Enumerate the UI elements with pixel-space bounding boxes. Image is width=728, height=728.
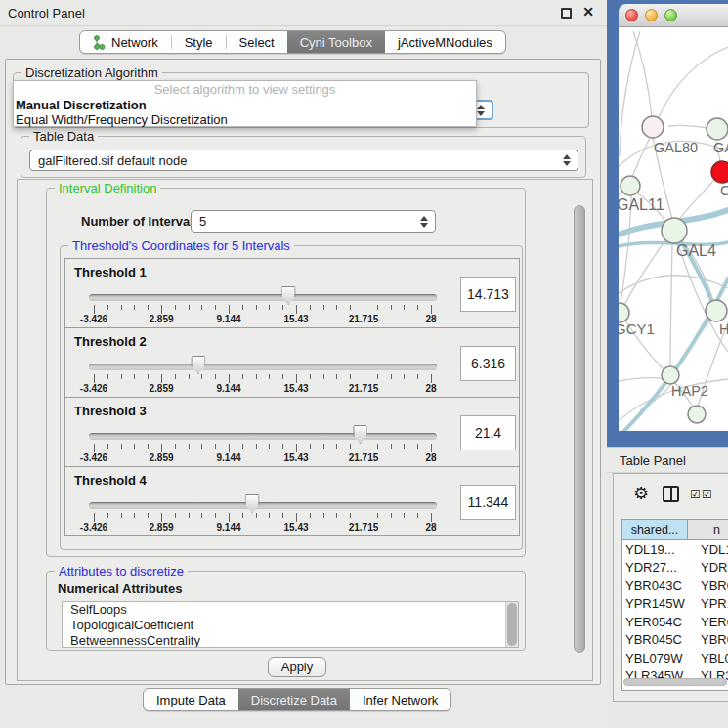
cell[interactable]: YPR145W xyxy=(622,595,688,614)
dropdown-option-manual[interactable]: Manual Discretization xyxy=(14,98,476,112)
cell[interactable]: YPR1 xyxy=(688,595,728,614)
threshold-4-value-field[interactable]: 11.344 xyxy=(460,485,516,520)
gear-icon[interactable]: ⚙ xyxy=(633,485,649,502)
tick-label: 15.43 xyxy=(283,383,308,394)
threshold-4-slider-track[interactable] xyxy=(89,502,437,509)
node-bottom[interactable] xyxy=(688,406,706,423)
float-window-icon[interactable] xyxy=(561,8,572,19)
number-of-intervals-label: Number of Intervals xyxy=(81,214,200,229)
cell[interactable]: YDL19... xyxy=(622,540,688,559)
node-gal4[interactable] xyxy=(662,218,687,243)
column-header-shared[interactable]: shared... xyxy=(622,520,688,539)
list-item-betweennesscentrality[interactable]: BetweennessCentrality xyxy=(63,633,518,648)
close-traffic-light-icon[interactable] xyxy=(625,9,638,21)
node-gcy1[interactable] xyxy=(619,303,629,322)
split-columns-icon[interactable] xyxy=(663,486,679,502)
interval-definition-group-title: Interval Definition xyxy=(55,181,160,195)
threshold-4-row: Threshold 4 -3.426 2.859 9.144 15.43 21.… xyxy=(64,466,520,536)
threshold-4-slider-handle[interactable] xyxy=(245,494,260,513)
combo-arrows-icon xyxy=(420,216,428,228)
threshold-2-slider-track[interactable] xyxy=(89,364,437,370)
node-red-selected[interactable] xyxy=(711,161,728,183)
list-item-topologicalcoefficient[interactable]: TopologicalCoefficient xyxy=(63,618,518,633)
tab-infer-network[interactable]: Infer Network xyxy=(350,689,450,710)
table-row[interactable]: YBL079WYBL0 xyxy=(622,649,728,667)
node-top-right[interactable] xyxy=(707,118,728,140)
threshold-2-slider-handle[interactable] xyxy=(191,356,205,374)
list-scrollbar[interactable] xyxy=(505,602,518,647)
cell[interactable]: YDR2 xyxy=(688,559,728,578)
threshold-3-slider-handle[interactable] xyxy=(353,425,367,444)
tab-impute-data[interactable]: Impute Data xyxy=(144,689,238,710)
threshold-3-slider-track[interactable] xyxy=(89,433,437,440)
table-panel-titlebar: Table Panel xyxy=(607,447,728,473)
node-gal80[interactable] xyxy=(642,116,664,138)
threshold-1-row: Threshold 1 -3.426 2.859 9.144 15.43 21.… xyxy=(64,258,520,328)
table-data-combobox[interactable]: galFiltered.sif default node xyxy=(29,150,578,171)
tab-select[interactable]: Select xyxy=(227,31,287,53)
cell[interactable]: YER0 xyxy=(688,613,728,631)
node-h[interactable] xyxy=(706,300,727,321)
apply-button[interactable]: Apply xyxy=(268,657,326,677)
vertical-scrollbar-thumb[interactable] xyxy=(574,205,585,653)
thresholds-group-title: Threshold's Coordinates for 5 Intervals xyxy=(68,238,294,253)
tab-style[interactable]: Style xyxy=(172,31,226,53)
select-checkbox-icon[interactable]: ☑ xyxy=(702,488,712,501)
node-hap2[interactable] xyxy=(662,366,679,384)
discretization-algorithm-group-title: Discretization Algorithm xyxy=(21,65,162,80)
tick-label: 21.715 xyxy=(349,522,379,533)
network-window-titlebar[interactable] xyxy=(619,4,728,27)
cell[interactable]: YER054C xyxy=(622,613,688,631)
tab-discretize-data[interactable]: Discretize Data xyxy=(238,689,350,710)
table-row[interactable]: YDR27...YDR2 xyxy=(622,559,728,578)
tick-label: 15.43 xyxy=(283,452,308,463)
cell[interactable]: YBR0 xyxy=(688,577,728,595)
tick-label: 21.715 xyxy=(349,314,379,324)
node-attribute-table: shared... n YDL19...YDL1 YDR27...YDR2 YB… xyxy=(621,519,728,691)
table-panel: ⚙ ☑ ☑ shared... n YDL19...YDL1 YDR27...Y… xyxy=(613,473,728,702)
cell[interactable]: YBR0 xyxy=(688,631,728,650)
tab-jactivemnodules[interactable]: jActiveMNodules xyxy=(385,31,505,53)
table-row[interactable]: YBR043CYBR0 xyxy=(622,577,728,595)
list-item-selfloops[interactable]: SelfLoops xyxy=(63,602,518,618)
horizontal-scrollbar-thumb[interactable] xyxy=(623,678,727,686)
cell[interactable]: YBL079W xyxy=(622,649,688,667)
tab-select-label: Select xyxy=(239,35,275,50)
node-label-h: H xyxy=(719,321,728,337)
network-canvas[interactable]: GAL80 GA C GAL11 GAL4 GCY1 H HAP2 xyxy=(619,27,728,431)
dropdown-option-equal-width[interactable]: Equal Width/Frequency Discretization xyxy=(14,112,476,127)
threshold-3-value-field[interactable]: 21.4 xyxy=(460,415,516,450)
algorithm-dropdown-popup: Select algorithm to view settings Manual… xyxy=(13,80,477,127)
tick-label: 2.859 xyxy=(149,383,173,394)
tick-label: 15.43 xyxy=(283,314,308,324)
table-toolbar: ⚙ ☑ ☑ xyxy=(614,482,728,511)
threshold-2-value-field[interactable]: 6.316 xyxy=(460,346,516,381)
network-nodes xyxy=(619,116,728,423)
column-header-name[interactable]: n xyxy=(688,520,728,539)
cell[interactable]: YDR27... xyxy=(622,559,688,578)
threshold-1-value-field[interactable]: 14.713 xyxy=(460,277,516,312)
threshold-1-slider-handle[interactable] xyxy=(281,286,296,305)
threshold-1-slider-track[interactable] xyxy=(89,294,437,301)
cell[interactable]: YDL1 xyxy=(688,540,728,559)
tab-network[interactable]: Network xyxy=(80,31,171,53)
table-row[interactable]: YDL19...YDL1 xyxy=(622,540,728,559)
minimize-traffic-light-icon[interactable] xyxy=(645,9,658,21)
tab-style-label: Style xyxy=(185,35,213,50)
cell[interactable]: YBR043C xyxy=(622,577,688,595)
table-row[interactable]: YBR045CYBR0 xyxy=(622,631,728,650)
table-row[interactable]: YPR145WYPR1 xyxy=(622,595,728,614)
table-row[interactable]: YER054CYER0 xyxy=(622,613,728,631)
tick-label: 2.859 xyxy=(149,314,173,324)
panel-title: Control Panel xyxy=(8,6,85,21)
tab-jactivemnodules-label: jActiveMNodules xyxy=(398,35,492,50)
zoom-traffic-light-icon[interactable] xyxy=(664,9,677,21)
select-checkbox-icon[interactable]: ☑ xyxy=(690,488,701,501)
tab-cyni-toolbox[interactable]: Cyni Toolbox xyxy=(287,31,385,53)
cell[interactable]: YBL0 xyxy=(688,649,728,667)
node-gal11[interactable] xyxy=(621,176,640,195)
number-of-intervals-combobox[interactable]: 5 xyxy=(191,210,436,233)
table-data-group: Table Data galFiltered.sif default node xyxy=(21,136,586,178)
close-icon[interactable]: ✕ xyxy=(582,4,594,20)
cell[interactable]: YBR045C xyxy=(622,631,688,650)
